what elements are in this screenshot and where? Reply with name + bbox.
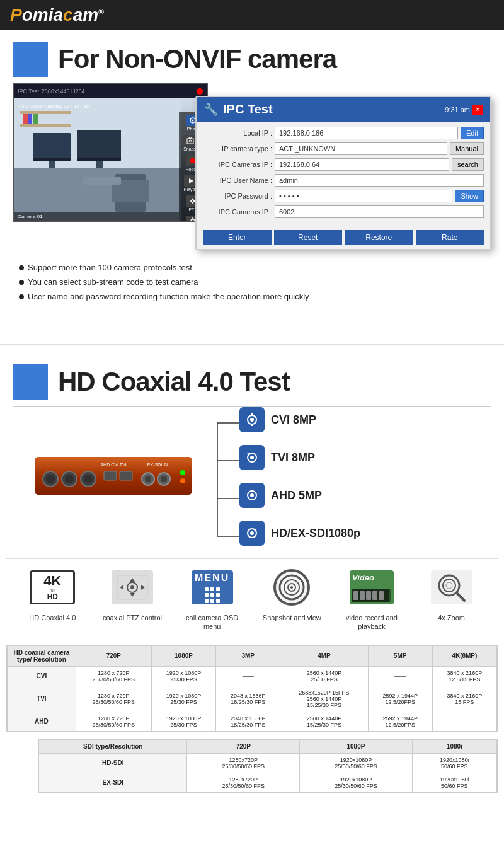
ipc-topbar-right: 9:31 am ✕ [445, 105, 483, 115]
ipc-manual-button[interactable]: Manual [450, 142, 484, 155]
menu-dot-2 [210, 587, 214, 591]
cvi-1080p-cell: 1920 x 1080P25/30 FPS [151, 666, 215, 686]
resolution-table-container: HD coaxial camera type/ Resolution 720P … [6, 645, 498, 732]
4k-icon: 4K full HD [30, 570, 75, 604]
coaxial-ptz-icon [112, 570, 153, 604]
table-row-tvi: TVI 1280 x 720P25/30/50/60 FPS 1920 x 10… [8, 686, 497, 712]
bullet-text-3: User name and password recording functio… [28, 292, 309, 301]
ipc-local-ip-label: Local IP : [203, 129, 272, 137]
menu-dot-5 [210, 593, 214, 597]
ipc-close-button[interactable]: ✕ [472, 105, 483, 115]
cvi-badge-text: CVI 8MP [271, 413, 316, 427]
icon-coaxial-ptz: coaxial PTZ control [98, 565, 167, 632]
ipc-enter-button[interactable]: Enter [203, 230, 272, 245]
ipc-local-ip-input[interactable] [275, 127, 458, 139]
ipc-reset-button[interactable]: Reset [274, 230, 343, 245]
sdi-table-container: SDI type/Resolution 720P 1080P 1080i HD-… [38, 739, 498, 793]
bullets-section: Support more than 100 camera protocols t… [0, 257, 504, 319]
icon-snapshot-box [266, 565, 317, 609]
cvi-4mp-cell: 2560 x 1440P25/30 FPS [280, 666, 368, 686]
tvi-720p-cell: 1280 x 720P25/30/50/60 FPS [76, 686, 151, 712]
svg-point-62 [250, 456, 254, 459]
svg-rect-10 [20, 124, 71, 127]
ipc-restore-button[interactable]: Restore [345, 230, 413, 245]
ex-sdi-1080i-cell: 1920x1080i50/60 FPS [412, 773, 496, 792]
ipc-edit-button[interactable]: Edit [461, 127, 484, 139]
svg-rect-44 [104, 471, 117, 480]
svg-point-87 [443, 579, 455, 592]
ahd-720p-cell: 1280 x 720P25/30/50/60 FPS [76, 712, 151, 731]
ipc-title-text: IPC Test [223, 102, 273, 117]
col-720p: 720P [76, 645, 151, 666]
ipc-search-button[interactable]: search [452, 158, 484, 171]
col-4mp: 4MP [280, 645, 368, 666]
svg-text:AHD CVI TVI: AHD CVI TVI [100, 463, 126, 467]
icon-snapshot-label: Snapshot and view [263, 613, 321, 622]
ipc-area: IPC Test 2560x1440 H264 [0, 83, 504, 250]
svg-point-89 [446, 582, 452, 589]
ex-sdi-1080p-cell: 1920x1080P25/30/50/60 FPS [300, 773, 413, 792]
video-icon: Video [350, 570, 394, 604]
ipc-username-row: IPC User Name : [203, 174, 484, 187]
camera-preview: IPC Test 2560x1440 H264 [13, 83, 208, 222]
tvi-badge-text: TVI 8MP [271, 451, 315, 464]
ipc-password-input[interactable] [275, 190, 452, 202]
svg-point-19 [192, 120, 194, 122]
video-text: Video [352, 573, 374, 582]
section2-icon [13, 364, 48, 400]
ipc-username-input[interactable] [275, 174, 484, 187]
svg-rect-5 [49, 161, 55, 168]
hd-device: AHD CVI TVI EX-SDI IN [13, 444, 202, 509]
col-3mp: 3MP [216, 645, 280, 666]
camera-label: Camera 01 [18, 214, 43, 219]
section2-banner: HD Coaxial 4.0 Test [0, 344, 504, 406]
header: Pomiacam® [0, 0, 504, 30]
ipc-camera-type-input[interactable] [275, 142, 447, 155]
menu-text: MENU [195, 572, 229, 584]
svg-marker-27 [190, 200, 192, 202]
hd-badge-ahd: AHD 5MP [239, 483, 491, 508]
bottom-spacer [0, 800, 504, 812]
ahd-badge-text: AHD 5MP [271, 489, 322, 502]
svg-point-51 [180, 478, 185, 483]
ipc-title-icon: 🔧 [204, 103, 218, 117]
sdi-col-1080i: 1080i [412, 739, 496, 753]
sdi-row-ex: EX-SDI 1280x720P25/30/50/60 FPS 1920x108… [39, 773, 497, 792]
ipc-form: Local IP : Edit IP camera type : Manual … [197, 122, 490, 226]
ipc-port-row: IPC Cameras IP : [203, 205, 484, 218]
cvi-type-cell: CVI [8, 666, 76, 686]
col-5mp: 5MP [368, 645, 432, 666]
bullet-item-3: User name and password recording functio… [19, 292, 485, 301]
bullet-dot-2 [19, 280, 24, 285]
svg-point-50 [180, 470, 185, 475]
bullet-text-2: You can select sub-stream code to test c… [28, 277, 198, 287]
tvi-1080p-cell: 1920 x 1080P25/30 FPS [151, 686, 215, 712]
svg-rect-13 [33, 114, 38, 124]
svg-rect-4 [33, 133, 71, 158]
ipc-cameras-ip-label: IPC Cameras IP : [203, 161, 272, 168]
menu-dot-8 [210, 599, 214, 603]
ipc-rate-button[interactable]: Rate [416, 230, 484, 245]
hd-sdi-type-cell: HD-SDI [39, 753, 187, 773]
svg-rect-45 [120, 471, 132, 480]
section1-banner: For Non-ONVIF camera [0, 30, 504, 83]
camera-preview-container: IPC Test 2560x1440 H264 [13, 83, 214, 222]
camera-scene: 06-2-2018 Tuesday 02 : 15 : 35 [14, 98, 207, 221]
connector-lines-svg [214, 407, 246, 565]
hd-area: AHD CVI TVI EX-SDI IN [0, 407, 504, 546]
ipc-cameras-ip-input[interactable] [275, 158, 449, 171]
camera-close-btn[interactable] [197, 88, 203, 95]
col-4k: 4K(8MP) [432, 645, 496, 666]
icon-osd-menu-label: call camera OSD menu [178, 613, 247, 632]
svg-marker-22 [189, 137, 192, 139]
svg-rect-9 [20, 111, 71, 114]
icon-hd-coaxial-label: HD Coaxial 4.0 [29, 613, 76, 622]
camera-topbar-logo: IPC Test [18, 88, 39, 95]
svg-point-29 [191, 219, 195, 222]
svg-point-79 [290, 586, 293, 589]
ipc-port-input[interactable] [275, 205, 484, 218]
ipc-show-button[interactable]: Show [455, 190, 484, 202]
icon-osd-menu-box: MENU [187, 565, 238, 609]
icons-row: 4K full HD HD Coaxial 4.0 [6, 558, 498, 638]
menu-dots [205, 587, 220, 603]
